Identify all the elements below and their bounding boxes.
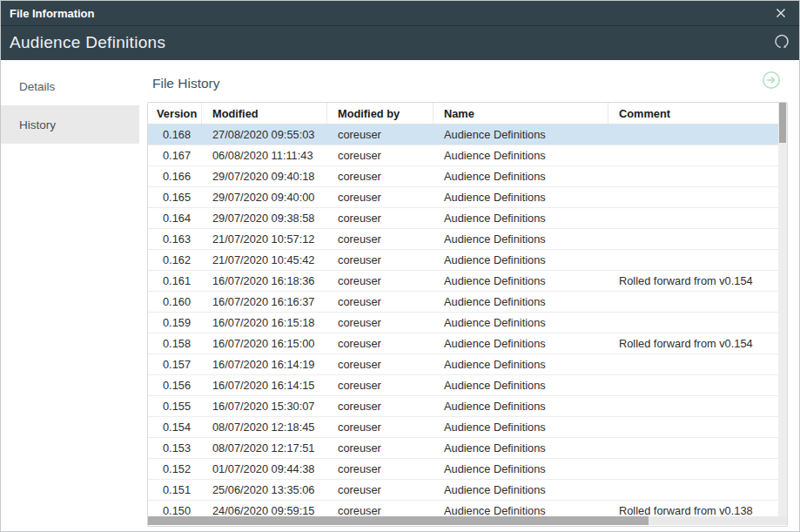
cell-modified: 16/07/2020 16:18:36 [202, 271, 327, 291]
cell-modified-by: coreuser [327, 208, 434, 228]
cell-modified-by: coreuser [327, 250, 434, 270]
cell-modified-by: coreuser [327, 333, 434, 354]
cell-version: 0.164 [148, 208, 202, 228]
table-row[interactable]: 0.16016/07/2020 16:16:37coreuserAudience… [148, 292, 787, 313]
table-row[interactable]: 0.15916/07/2020 16:15:18coreuserAudience… [148, 313, 787, 333]
cell-modified: 16/07/2020 16:16:37 [202, 292, 327, 312]
cell-modified-by: coreuser [327, 229, 434, 249]
table-row[interactable]: 0.15716/07/2020 16:14:19coreuserAudience… [148, 354, 787, 375]
sidebar-item-details[interactable]: Details [1, 67, 139, 105]
cell-comment [608, 229, 787, 249]
cell-version: 0.165 [148, 187, 202, 207]
file-history-table: Version Modified Modified by Name Commen… [147, 102, 788, 527]
table-row[interactable]: 0.16429/07/2020 09:38:58coreuserAudience… [148, 208, 787, 229]
vertical-scrollbar-thumb[interactable] [779, 103, 786, 143]
cell-comment [608, 250, 787, 270]
cell-version: 0.168 [148, 125, 202, 145]
cell-modified: 16/07/2020 16:15:00 [202, 333, 327, 354]
cell-modified-by: coreuser [327, 313, 434, 333]
column-header-comment[interactable]: Comment [608, 103, 787, 124]
cell-modified: 16/07/2020 16:14:15 [202, 375, 327, 395]
table-row[interactable]: 0.16116/07/2020 16:18:36coreuserAudience… [148, 271, 787, 292]
cell-version: 0.167 [148, 145, 202, 165]
cell-version: 0.158 [148, 333, 202, 354]
table-row[interactable]: 0.15201/07/2020 09:44:38coreuserAudience… [148, 459, 787, 480]
cell-version: 0.154 [148, 417, 202, 437]
cell-comment: Rolled forward from v0.154 [608, 271, 787, 291]
cell-modified-by: coreuser [327, 145, 434, 165]
cell-name: Audience Definitions [434, 459, 608, 479]
cell-modified: 21/07/2020 10:57:12 [202, 229, 327, 249]
cell-name: Audience Definitions [434, 145, 608, 165]
horizontal-scrollbar[interactable] [148, 516, 787, 525]
column-header-modified-by[interactable]: Modified by [327, 103, 434, 124]
table-row[interactable]: 0.15308/07/2020 12:17:51coreuserAudience… [148, 438, 787, 459]
cell-version: 0.159 [148, 313, 202, 333]
file-information-dialog: File Information Audience Definitions [0, 0, 800, 532]
cell-comment [608, 187, 787, 207]
section-title: File History [152, 76, 220, 91]
cell-comment [608, 166, 787, 186]
cell-modified: 29/07/2020 09:40:18 [202, 166, 327, 186]
cell-version: 0.166 [148, 166, 202, 186]
table-row[interactable]: 0.15516/07/2020 15:30:07coreuserAudience… [148, 396, 787, 417]
cell-comment [608, 438, 787, 458]
cell-version: 0.156 [148, 375, 202, 395]
cell-modified-by: coreuser [327, 354, 434, 374]
table-row[interactable]: 0.16221/07/2020 10:45:42coreuserAudience… [148, 250, 787, 271]
cell-name: Audience Definitions [434, 166, 608, 186]
cell-modified: 08/07/2020 12:17:51 [202, 438, 327, 458]
cell-comment [608, 208, 787, 228]
horizontal-scrollbar-thumb[interactable] [148, 516, 649, 525]
cell-name: Audience Definitions [434, 187, 608, 207]
cell-name: Audience Definitions [434, 208, 608, 228]
cell-modified: 08/07/2020 12:18:45 [202, 417, 327, 437]
table-row[interactable]: 0.16827/08/2020 09:55:03coreuserAudience… [148, 125, 787, 145]
cell-comment [608, 292, 787, 312]
dialog-sidebar: Details History [1, 67, 139, 144]
cell-name: Audience Definitions [434, 396, 608, 416]
table-row[interactable]: 0.16529/07/2020 09:40:00coreuserAudience… [148, 187, 787, 208]
cell-version: 0.161 [148, 271, 202, 291]
table-row[interactable]: 0.16629/07/2020 09:40:18coreuserAudience… [148, 166, 787, 187]
cell-version: 0.153 [148, 438, 202, 458]
cell-modified: 25/06/2020 13:35:06 [202, 480, 327, 500]
vertical-scrollbar[interactable] [778, 103, 787, 516]
arrow-right-circle-icon [762, 71, 781, 92]
cell-modified-by: coreuser [327, 125, 434, 145]
cell-modified: 29/07/2020 09:40:00 [202, 187, 327, 207]
cell-version: 0.160 [148, 292, 202, 312]
cell-version: 0.157 [148, 354, 202, 374]
cell-modified-by: coreuser [327, 459, 434, 479]
column-header-name[interactable]: Name [434, 103, 608, 124]
table-row[interactable]: 0.15408/07/2020 12:18:45coreuserAudience… [148, 417, 787, 438]
cell-modified: 16/07/2020 15:30:07 [202, 396, 327, 416]
table-row[interactable]: 0.16706/08/2020 11:11:43coreuserAudience… [148, 145, 787, 166]
close-button[interactable] [770, 3, 792, 25]
sidebar-item-label: Details [19, 80, 55, 93]
cell-version: 0.155 [148, 396, 202, 416]
sidebar-item-label: History [19, 118, 56, 131]
cell-name: Audience Definitions [434, 271, 608, 291]
table-body: 0.16827/08/2020 09:55:03coreuserAudience… [148, 125, 787, 522]
cell-comment [608, 313, 787, 333]
cell-comment [608, 417, 787, 437]
file-name-title: Audience Definitions [10, 33, 165, 52]
table-row[interactable]: 0.16321/07/2020 10:57:12coreuserAudience… [148, 229, 787, 250]
table-header-row: Version Modified Modified by Name Commen… [148, 103, 787, 125]
sidebar-item-history[interactable]: History [1, 105, 139, 144]
column-header-version[interactable]: Version [148, 103, 202, 124]
table-row[interactable]: 0.15616/07/2020 16:14:15coreuserAudience… [148, 375, 787, 396]
roll-forward-button[interactable] [762, 71, 781, 91]
refresh-icon [773, 33, 790, 53]
refresh-button[interactable] [772, 33, 791, 52]
cell-name: Audience Definitions [434, 125, 608, 145]
cell-modified: 06/08/2020 11:11:43 [202, 145, 327, 165]
cell-modified-by: coreuser [327, 166, 434, 186]
table-row[interactable]: 0.15125/06/2020 13:35:06coreuserAudience… [148, 480, 787, 501]
column-header-modified[interactable]: Modified [202, 103, 327, 124]
cell-modified: 21/07/2020 10:45:42 [202, 250, 327, 270]
cell-version: 0.152 [148, 459, 202, 479]
table-row[interactable]: 0.15816/07/2020 16:15:00coreuserAudience… [148, 333, 787, 354]
cell-comment [608, 459, 787, 479]
